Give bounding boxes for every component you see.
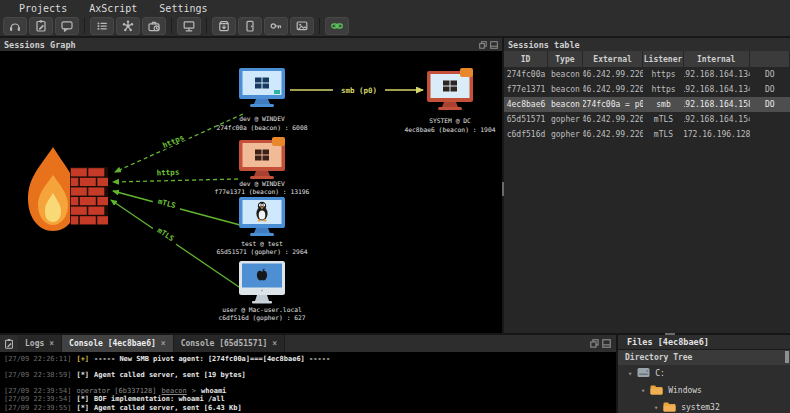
box-download-icon xyxy=(217,19,231,33)
chat-button[interactable] xyxy=(55,17,79,35)
sessions-table-titlebar: Sessions table xyxy=(504,38,790,51)
node-sublabel: 274fc00a (beacon) : 6008 xyxy=(217,124,308,131)
console-line: [27/09 22:39:54]operator [6b337128]beaco… xyxy=(4,387,612,395)
table-row[interactable]: 274fc00a beacon 46.242.99.226 https 192.… xyxy=(504,67,790,82)
node-sublabel: f77e1371 (beacon) : 13196 xyxy=(215,188,310,195)
graph-node-f77e1371[interactable] xyxy=(239,137,285,179)
table-row[interactable]: 65d51571 gopher 46.242.99.226 mTLS 192.1… xyxy=(504,112,790,127)
edge-label-smb: smb (p0) xyxy=(333,84,385,95)
svg-text:mTLS: mTLS xyxy=(157,197,177,210)
table-row-selected[interactable]: 4ec8bae6 beacon 274fc00a = p0 smb 192.16… xyxy=(504,97,790,112)
expand-arrow-icon[interactable]: ▾ xyxy=(641,387,645,395)
table-row[interactable]: f77e1371 beacon 46.242.99.226 https 192.… xyxy=(504,82,790,97)
jobs-button[interactable] xyxy=(142,17,166,35)
tree-item-c-drive[interactable]: ▾ C: xyxy=(618,365,790,382)
console-line: [27/09 22:26:11][+]----- New SMB pivot a… xyxy=(4,355,612,363)
toolbar-separator xyxy=(171,18,172,34)
console-output[interactable]: [27/09 22:26:11][+]----- New SMB pivot a… xyxy=(0,352,616,413)
screenshots-button[interactable] xyxy=(290,17,314,35)
tab-console-65d51571[interactable]: Console [65d51571] × xyxy=(174,335,286,352)
folder-icon xyxy=(663,402,676,413)
console-tabbar: Logs × Console [4ec8bae6] × Console [65d… xyxy=(0,335,616,352)
console-line: [27/09 22:38:59][*]Agent called server, … xyxy=(4,371,612,379)
elevated-badge xyxy=(272,137,285,146)
node-label: dev @ WINDEV xyxy=(239,180,285,187)
close-tab-icon[interactable]: × xyxy=(49,339,54,348)
console-line: [27/09 22:39:54][*]BOF implementation: w… xyxy=(4,395,612,403)
edge-label-mtls-2: mTLS xyxy=(152,222,181,246)
graph-node-c6df516d[interactable] xyxy=(239,261,285,304)
edge-label-mtls-1: mTLS xyxy=(152,195,182,212)
toolbar-separator xyxy=(319,18,320,34)
headphones-icon xyxy=(8,19,22,33)
col-external[interactable]: External xyxy=(583,51,643,67)
dock-panel-button[interactable] xyxy=(490,41,498,49)
node-sublabel: c6df516d (gopher) : 627 xyxy=(218,314,305,322)
col-listener[interactable]: Listener xyxy=(643,51,683,67)
dock-splitter[interactable] xyxy=(665,333,675,335)
directory-tree-header[interactable]: Directory Tree xyxy=(618,350,790,365)
link-icon xyxy=(330,19,344,33)
float-panel-button[interactable] xyxy=(479,41,487,49)
dock-restore-button[interactable] xyxy=(602,339,611,348)
credentials-button[interactable] xyxy=(264,17,288,35)
menu-bar: Projects AxScript Settings xyxy=(0,0,790,16)
col-type[interactable]: Type xyxy=(548,51,583,67)
toolbar xyxy=(0,16,790,38)
graph-node-4ec8bae6[interactable] xyxy=(427,68,473,110)
sessions-table-button[interactable] xyxy=(90,17,114,35)
key-icon xyxy=(269,19,283,33)
sessions-graph-title: Sessions Graph xyxy=(4,40,76,50)
tunnels-button[interactable] xyxy=(238,17,262,35)
col-id[interactable]: ID xyxy=(504,51,548,67)
close-tab-icon[interactable]: × xyxy=(272,339,277,348)
menu-axscript[interactable]: AxScript xyxy=(78,3,148,14)
table-row[interactable]: c6df516d gopher 46.242.99.226 mTLS 172.1… xyxy=(504,127,790,142)
tree-item-system32[interactable]: ▾ system32 xyxy=(618,399,790,413)
list-icon xyxy=(95,19,109,33)
node-label: SYSTEM @ DC xyxy=(429,117,471,124)
sessions-graph-button[interactable] xyxy=(116,17,140,35)
console-dock: Logs × Console [4ec8bae6] × Console [65d… xyxy=(0,335,618,413)
tab-logs[interactable]: Logs × xyxy=(18,335,62,352)
connection-status-button[interactable] xyxy=(325,17,349,35)
sessions-table-panel: Sessions table ID Type External Listener… xyxy=(504,38,790,333)
sessions-graph-canvas[interactable]: smb (p0) https https mTLS mTLS xyxy=(0,51,502,333)
toolbar-separator xyxy=(206,18,207,34)
col-domain[interactable] xyxy=(750,51,790,67)
image-icon xyxy=(295,19,309,33)
logs-button[interactable] xyxy=(29,17,53,35)
expand-arrow-icon[interactable]: ▾ xyxy=(654,404,658,412)
chat-icon xyxy=(60,19,74,33)
graph-node-65d51571[interactable] xyxy=(239,197,285,236)
sessions-graph-titlebar: Sessions Graph xyxy=(0,38,502,51)
listeners-button[interactable] xyxy=(3,17,27,35)
toolbar-separator xyxy=(84,18,85,34)
tab-console-4ec8bae6[interactable]: Console [4ec8bae6] × xyxy=(62,335,174,352)
elevated-badge xyxy=(460,68,473,77)
svg-text:https: https xyxy=(161,133,185,150)
node-sublabel: 4ec8bae6 (beacon) : 1904 xyxy=(405,126,496,133)
float-dock-button[interactable] xyxy=(590,339,599,348)
main-area: Sessions Graph xyxy=(0,38,790,333)
svg-text:https: https xyxy=(157,168,180,178)
briefcase-clock-icon xyxy=(147,19,161,33)
remote-terminal-button[interactable] xyxy=(177,17,201,35)
menu-projects[interactable]: Projects xyxy=(8,3,78,14)
node-label: dev @ WINDEV xyxy=(239,115,285,122)
sessions-table-title: Sessions table xyxy=(508,40,580,50)
bottom-docks: Logs × Console [4ec8bae6] × Console [65d… xyxy=(0,333,790,413)
edge-label-https-2: https xyxy=(152,166,184,177)
close-tab-icon[interactable]: × xyxy=(161,339,166,348)
svg-text:smb (p0): smb (p0) xyxy=(341,86,377,95)
tunnel-icon xyxy=(243,19,257,33)
menu-settings[interactable]: Settings xyxy=(148,3,218,14)
downloads-button[interactable] xyxy=(212,17,236,35)
expand-arrow-icon[interactable]: ▾ xyxy=(628,370,632,378)
console-line: [27/09 22:39:55][*]Agent called server, … xyxy=(4,404,612,412)
col-internal[interactable]: Internal xyxy=(684,51,750,67)
tree-scrollbar[interactable] xyxy=(785,351,789,363)
tree-item-windows[interactable]: ▾ Windows xyxy=(618,382,790,399)
graph-node-274fc00a[interactable] xyxy=(239,68,285,107)
agent-link[interactable]: beacon xyxy=(162,387,187,395)
